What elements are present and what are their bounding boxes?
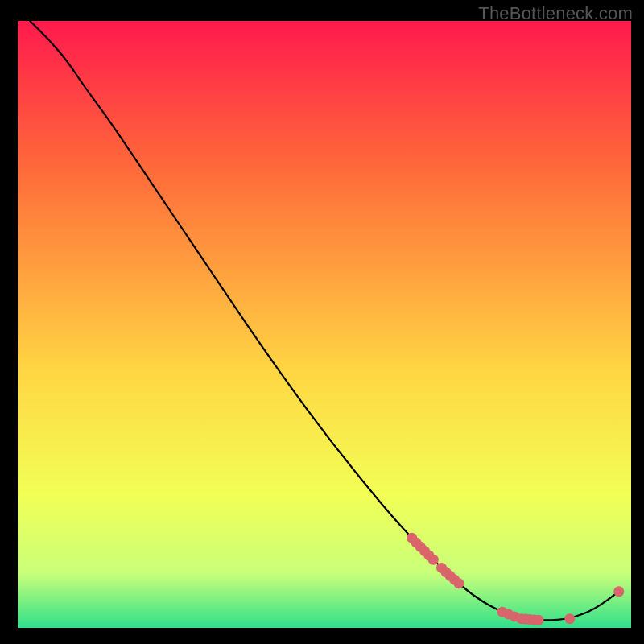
- data-point: [613, 586, 624, 597]
- data-point: [564, 613, 575, 624]
- data-point: [533, 615, 543, 625]
- watermark-text: TheBottleneck.com: [478, 3, 633, 24]
- data-point: [428, 555, 439, 565]
- gradient-background: [18, 21, 631, 628]
- data-point: [453, 578, 464, 588]
- bottleneck-chart: [0, 0, 644, 644]
- chart-stage: TheBottleneck.com: [0, 0, 644, 644]
